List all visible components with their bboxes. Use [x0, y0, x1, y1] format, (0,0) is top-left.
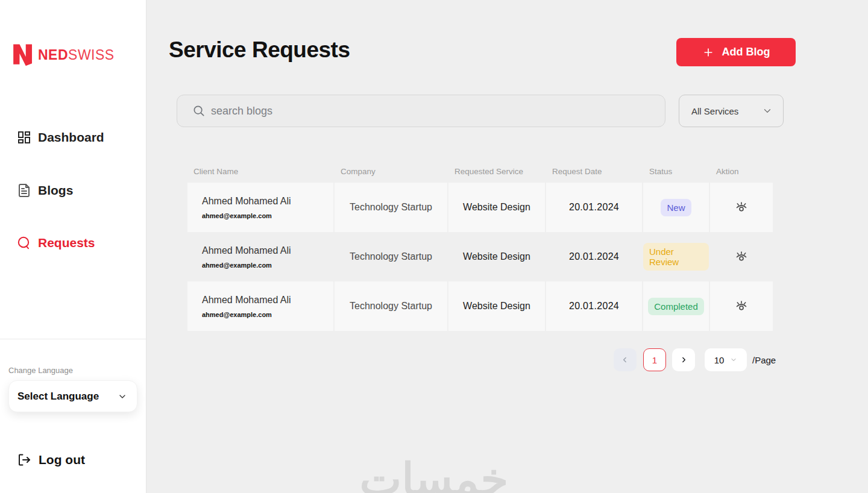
- status-cell: Completed: [643, 281, 709, 331]
- action-cell[interactable]: [710, 232, 773, 281]
- view-eye-icon[interactable]: [734, 299, 749, 313]
- client-email: ahmed@example.com: [202, 212, 272, 219]
- plus-icon: [702, 46, 714, 58]
- date-cell: 20.01.2024: [546, 281, 642, 331]
- add-blog-label: Add Blog: [722, 46, 770, 58]
- sidebar-item-label: Blogs: [38, 183, 73, 198]
- sidebar-item-blogs[interactable]: Blogs: [17, 183, 73, 198]
- table-row: Ahmed Mohamed Ali ahmed@example.com Tech…: [187, 281, 774, 331]
- sidebar-item-requests[interactable]: Requests: [17, 236, 95, 250]
- language-select[interactable]: Select Language: [8, 380, 137, 412]
- logout-icon: [17, 453, 31, 467]
- column-header-client-name: Client Name: [187, 167, 333, 176]
- nedswiss-logo-icon: [13, 43, 33, 66]
- company-cell: Technology Startup: [335, 232, 447, 281]
- client-email: ahmed@example.com: [202, 262, 272, 269]
- page-size-value: 10: [714, 355, 725, 365]
- client-name: Ahmed Mohamed Ali: [202, 295, 291, 306]
- pagination: 1 10 /Page: [614, 348, 776, 371]
- client-cell: Ahmed Mohamed Ali ahmed@example.com: [187, 232, 333, 281]
- sidebar: NEDSWISS Dashboard Blogs Requests Change: [0, 0, 146, 493]
- view-eye-icon[interactable]: [734, 200, 749, 215]
- date-cell: 20.01.2024: [546, 232, 642, 281]
- dashboard-icon: [17, 130, 31, 145]
- company-cell: Technology Startup: [335, 281, 447, 331]
- column-header-requested-service: Requested Service: [448, 167, 545, 176]
- chevron-right-icon: [679, 356, 688, 364]
- search-input[interactable]: [177, 95, 665, 127]
- action-cell[interactable]: [710, 281, 773, 331]
- chat-bubble-icon: [17, 236, 31, 250]
- add-blog-button[interactable]: Add Blog: [676, 38, 796, 66]
- chevron-left-icon: [621, 356, 629, 364]
- date-cell: 20.01.2024: [546, 183, 642, 232]
- per-page-label: /Page: [752, 355, 776, 365]
- status-cell: New: [643, 183, 709, 232]
- table-header-row: Client Name Company Requested Service Re…: [187, 160, 774, 183]
- client-name: Ahmed Mohamed Ali: [202, 245, 291, 256]
- service-filter-value: All Services: [691, 106, 738, 116]
- nedswiss-logo: NEDSWISS: [13, 43, 115, 66]
- page-title: Service Requests: [169, 37, 350, 63]
- sidebar-item-dashboard[interactable]: Dashboard: [17, 130, 104, 145]
- client-cell: Ahmed Mohamed Ali ahmed@example.com: [187, 183, 333, 232]
- pagination-prev-button[interactable]: [614, 348, 637, 371]
- sidebar-divider: [0, 339, 146, 339]
- pagination-page-1[interactable]: 1: [643, 348, 666, 371]
- service-cell: Website Design: [448, 281, 545, 331]
- document-icon: [17, 183, 31, 198]
- column-header-aktion: Aktion: [710, 167, 773, 176]
- chevron-down-icon: [730, 356, 737, 363]
- view-eye-icon[interactable]: [734, 250, 749, 264]
- chevron-down-icon: [118, 392, 127, 401]
- table-row: Ahmed Mohamed Ali ahmed@example.com Tech…: [187, 232, 774, 281]
- action-cell[interactable]: [710, 183, 773, 232]
- chevron-down-icon: [762, 105, 773, 116]
- status-badge: New: [661, 199, 691, 216]
- client-cell: Ahmed Mohamed Ali ahmed@example.com: [187, 281, 333, 331]
- sidebar-item-label: Requests: [38, 236, 95, 250]
- column-header-company: Company: [335, 167, 447, 176]
- column-header-request-date: Request Date: [546, 167, 642, 176]
- status-cell: Under Review: [643, 232, 709, 281]
- logout-button[interactable]: Log out: [17, 453, 85, 467]
- service-filter-select[interactable]: All Services: [679, 95, 784, 127]
- requests-table: Client Name Company Requested Service Re…: [187, 160, 774, 331]
- table-row: Ahmed Mohamed Ali ahmed@example.com Tech…: [187, 183, 774, 232]
- search-icon: [192, 104, 206, 118]
- service-cell: Website Design: [448, 183, 545, 232]
- page-size-select[interactable]: 10: [705, 348, 747, 371]
- search-box: [177, 95, 665, 127]
- column-header-status: Status: [643, 167, 709, 176]
- service-cell: Website Design: [448, 232, 545, 281]
- change-language-label: Change Language: [8, 366, 73, 375]
- status-badge: Completed: [648, 298, 704, 315]
- logout-label: Log out: [39, 453, 85, 467]
- client-email: ahmed@example.com: [202, 311, 272, 318]
- language-select-value: Select Language: [17, 391, 99, 403]
- sidebar-item-label: Dashboard: [38, 130, 104, 145]
- logo-wordmark: NEDSWISS: [38, 47, 115, 63]
- company-cell: Technology Startup: [335, 183, 447, 232]
- status-badge: Under Review: [643, 243, 709, 271]
- pagination-next-button[interactable]: [672, 348, 695, 371]
- client-name: Ahmed Mohamed Ali: [202, 196, 291, 207]
